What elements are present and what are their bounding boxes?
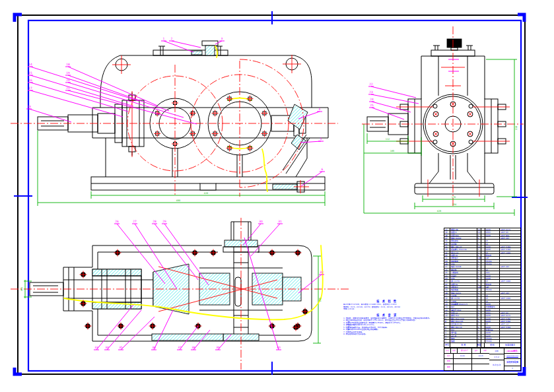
balloon-label: 6 — [322, 168, 324, 171]
bom-cell: 大齿轮 — [450, 300, 477, 302]
bom-cell: 45 — [485, 300, 501, 302]
tb-design-name: KCAD — [454, 354, 472, 359]
bom-cell: 45 — [485, 280, 501, 282]
bom-cell: 轴承 30209 — [450, 237, 477, 239]
bom-cell: 45 — [485, 297, 501, 299]
balloon-label: 29 — [162, 220, 166, 223]
bom-cell: 30 — [444, 257, 450, 259]
bom-cell: Q235 — [485, 245, 501, 247]
bom-cell: 11 — [444, 311, 450, 313]
bom-cell: 通气器 — [450, 331, 477, 333]
bom-cell: 25 — [444, 271, 450, 273]
bom-header-cell: 序号 — [444, 343, 450, 347]
bom-cell — [500, 243, 520, 245]
dimension-text: 255 — [319, 298, 322, 302]
bom-cell: GB/T 5783 — [500, 248, 520, 250]
tb-scale-value: 1:3.2 — [489, 354, 504, 360]
bom-cell: 键 14×56 — [450, 297, 477, 299]
bom-cell: 31 — [444, 254, 450, 256]
breather-cap — [447, 39, 462, 48]
bom-cell — [500, 337, 520, 339]
bom-cell: 27 — [444, 265, 450, 267]
bom-cell — [500, 300, 520, 302]
bom-cell: 羊毛毡 — [485, 254, 501, 256]
bom-cell — [500, 340, 520, 342]
balloon-label: 18 — [66, 63, 70, 66]
bom-cell — [500, 257, 520, 259]
bom-cell: Q235 — [485, 277, 501, 279]
bom-cell: 9 — [444, 317, 450, 319]
bom-cell — [500, 306, 520, 308]
balloon-label: 28 — [153, 220, 156, 223]
bom-cell: 键 8×40 — [450, 251, 477, 253]
bom-cell: 放油螺塞 M14×1.5 — [450, 303, 477, 305]
bom-cell: Q235 — [485, 317, 501, 319]
bom-cell: 挡油环 — [450, 275, 477, 277]
bom-cell: 中间轴 — [450, 243, 477, 245]
balloon-label: 40 — [277, 346, 281, 349]
bom-header-cell: 材 料 — [485, 343, 500, 347]
leader-line — [154, 310, 173, 350]
balloon-label: 38 — [191, 346, 195, 349]
bom-cell: 45 — [485, 243, 501, 245]
leader-line — [301, 172, 322, 186]
bom-header-cell: 名 称 — [450, 343, 477, 347]
bom-cell — [485, 237, 501, 239]
bom-cell: GB/T 5782 — [500, 317, 520, 319]
bom-cell: 36 — [444, 240, 450, 242]
bom-cell: 螺栓 M6×16 — [450, 326, 477, 328]
bom-cell — [500, 254, 520, 256]
bom-cell: GB/T 5783 — [500, 326, 520, 328]
bom-cell: 箱盖 — [450, 337, 477, 339]
bom-cell: 垫圈 12 — [450, 311, 477, 313]
bom-cell: GB/T 297 — [500, 292, 520, 294]
bom-cell: 石棉橡胶纸 — [485, 306, 501, 308]
bom-cell: HT150 — [485, 263, 501, 265]
bom-cell: 40 — [444, 228, 450, 230]
bom-cell: 20 — [444, 286, 450, 288]
tb-website: www.kcad.com — [504, 354, 520, 359]
bom-cell: 挡圈 B40 — [450, 234, 477, 236]
balloon-label: 17 — [28, 86, 32, 90]
tb-drawing-title: 减速器装配图 — [504, 359, 520, 366]
bom-cell: 16 — [444, 297, 450, 299]
tech-requirements-title: 技 术 要 求 — [343, 313, 431, 317]
bom-cell: GB/T 297 — [500, 265, 520, 267]
bom-cell: HT150 — [485, 288, 501, 290]
bom-cell: 垫片 — [450, 329, 477, 331]
bom-cell: GB/T 892 — [500, 234, 520, 236]
balloon-label: 35 — [119, 346, 123, 349]
balloon-label: 4 — [319, 108, 321, 111]
oil-level-gauge — [283, 104, 310, 174]
bom-cell — [500, 240, 520, 242]
balloon-label: 14 — [28, 63, 32, 66]
cad-drawing-canvas[interactable]: 1415161713181920211234562223242526272829… — [0, 0, 554, 392]
bom-cell: 45 — [485, 269, 501, 271]
balloon-label: 3 — [221, 37, 223, 40]
bom-cell: 3 — [444, 335, 450, 337]
balloon-label: 16 — [28, 79, 32, 82]
balloon-label: 15 — [28, 71, 32, 75]
bom-cell: GB/T 1096 — [500, 297, 520, 299]
bom-cell: 螺母 M12 — [450, 314, 477, 316]
leader-line — [29, 109, 71, 122]
bom-cell: 10 — [444, 314, 450, 316]
title-block: 标记 处数 更改文件号 签字 日期 设计 KCAD 03.05 校核 审核 比例… — [444, 348, 521, 371]
bom-cell: 键 10×50 — [450, 280, 477, 282]
tb-design-date: 03.05 — [472, 354, 489, 359]
bom-cell: Q235 — [485, 320, 501, 322]
bom-cell — [500, 309, 520, 311]
bom-cell: 65Mn — [485, 311, 501, 313]
bom-cell: GB/T 93 — [500, 231, 520, 233]
bom-cell: Q235 — [485, 335, 501, 337]
tb-docno: 更改文件号 — [458, 348, 472, 354]
bom-cell — [500, 335, 520, 337]
bom-cell: 螺栓 M8×25 — [450, 245, 477, 247]
balloon-label: 31 — [278, 220, 282, 223]
bom-cell — [500, 329, 520, 331]
bom-cell: 螺栓 M12×100 — [450, 317, 477, 319]
bom-cell: 4 — [444, 331, 450, 333]
bom-cell: 08F — [485, 286, 501, 288]
bom-cell: 8 — [444, 320, 450, 322]
balloon-label: 13 — [27, 105, 31, 108]
